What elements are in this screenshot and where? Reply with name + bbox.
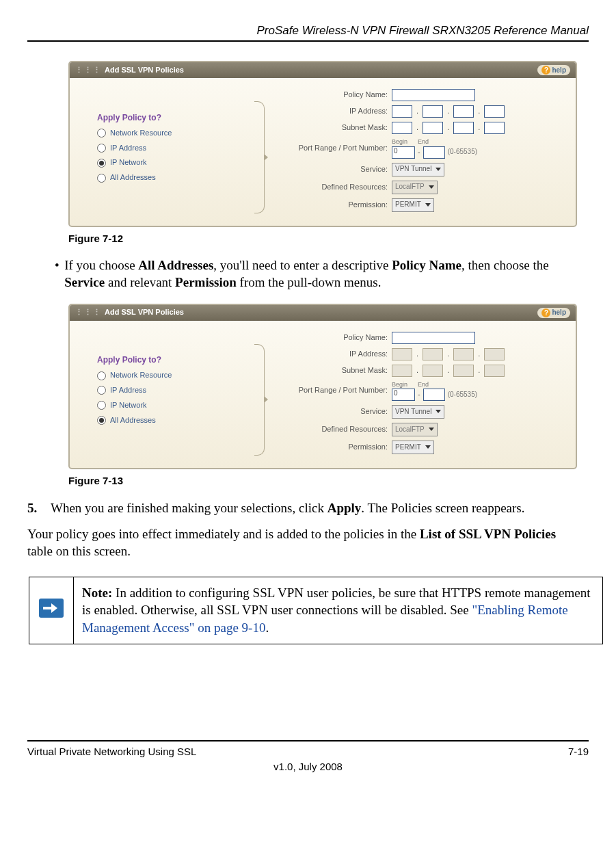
- figure-7-12-caption: Figure 7-12: [68, 233, 589, 246]
- panel-titlebar: ⋮⋮⋮Add SSL VPN Policies ?help: [70, 62, 576, 78]
- subnet-mask-label: Subnet Mask:: [285, 366, 388, 376]
- note-label: Note:: [82, 586, 112, 600]
- radio-all-addresses[interactable]: All Addresses: [97, 173, 234, 183]
- permission-select[interactable]: PERMIT: [392, 198, 434, 212]
- ip-input: [423, 348, 443, 360]
- chevron-down-icon: [425, 203, 431, 207]
- page-header: ProSafe Wireless-N VPN Firewall SRXN3205…: [27, 23, 589, 38]
- footer-page-number: 7-19: [568, 746, 589, 759]
- ip-input[interactable]: [423, 105, 443, 118]
- permission-select[interactable]: PERMIT: [392, 441, 434, 454]
- ip-address-label: IP Address:: [285, 350, 388, 359]
- figure-7-13-caption: Figure 7-13: [68, 475, 589, 488]
- port-end-input[interactable]: [423, 146, 445, 159]
- policy-name-label: Policy Name:: [285, 333, 388, 343]
- panel-title-text: Add SSL VPN Policies: [105, 66, 184, 74]
- policy-name-input[interactable]: [392, 89, 475, 101]
- footer-rule: [27, 740, 589, 742]
- chevron-down-icon: [436, 168, 441, 171]
- port-range-label: Port Range / Port Number:: [285, 144, 388, 153]
- effect-paragraph: Your policy goes into effect immediately…: [27, 526, 582, 560]
- bracket-divider: [254, 101, 265, 213]
- header-rule: [27, 40, 589, 42]
- begin-label: Begin: [392, 381, 415, 389]
- note-arrow-icon: [39, 599, 64, 618]
- ip-input: [453, 348, 474, 360]
- help-icon: ?: [541, 309, 550, 317]
- step-5: 5. When you are finished making your sel…: [27, 500, 582, 517]
- mask-input[interactable]: [453, 122, 474, 134]
- mask-input: [423, 365, 443, 377]
- ip-input[interactable]: [453, 105, 474, 118]
- radio-network-resource[interactable]: Network Resource: [97, 371, 234, 380]
- panel-title-text: Add SSL VPN Policies: [105, 308, 184, 316]
- permission-label: Permission:: [285, 200, 388, 210]
- port-end-input[interactable]: [423, 389, 445, 401]
- service-select[interactable]: VPN Tunnel: [392, 163, 444, 176]
- mask-input[interactable]: [392, 122, 412, 134]
- grip-icon: ⋮⋮⋮: [75, 66, 102, 74]
- radio-ip-address[interactable]: IP Address: [97, 386, 234, 395]
- note-box: Note: In addition to configuring SSL VPN…: [29, 577, 603, 644]
- end-label: End: [418, 381, 441, 389]
- help-link[interactable]: ?help: [537, 65, 570, 75]
- radio-ip-network[interactable]: IP Network: [97, 401, 234, 410]
- panel-titlebar: ⋮⋮⋮Add SSL VPN Policies ?help: [70, 305, 576, 321]
- chevron-down-icon: [429, 185, 434, 189]
- figure-7-13-screenshot: ⋮⋮⋮Add SSL VPN Policies ?help Apply Poli…: [68, 304, 561, 469]
- port-begin-input[interactable]: 0: [392, 389, 415, 401]
- radio-ip-address[interactable]: IP Address: [97, 144, 234, 153]
- ip-input[interactable]: [484, 105, 505, 118]
- footer-chapter: Virtual Private Networking Using SSL: [27, 746, 196, 759]
- defined-resources-select: LocalFTP: [392, 181, 438, 194]
- help-link[interactable]: ?help: [537, 308, 570, 318]
- end-label: End: [418, 138, 441, 146]
- ip-address-label: IP Address:: [285, 107, 388, 116]
- footer-version: v1.0, July 2008: [27, 761, 589, 774]
- port-range-hint: (0-65535): [448, 391, 477, 399]
- port-range-hint: (0-65535): [448, 148, 477, 157]
- chevron-down-icon: [436, 410, 441, 413]
- policy-name-label: Policy Name:: [285, 90, 388, 100]
- chevron-down-icon: [425, 445, 431, 449]
- bracket-divider: [254, 344, 265, 456]
- mask-input: [453, 365, 474, 377]
- permission-label: Permission:: [285, 443, 388, 452]
- bullet-all-addresses: • If you choose All Addresses, you'll ne…: [55, 257, 582, 291]
- begin-label: Begin: [392, 138, 415, 146]
- subnet-mask-label: Subnet Mask:: [285, 123, 388, 133]
- mask-input: [392, 365, 412, 377]
- apply-policy-heading: Apply Policy to?: [97, 355, 234, 365]
- grip-icon: ⋮⋮⋮: [75, 308, 102, 316]
- mask-input[interactable]: [423, 122, 443, 134]
- help-icon: ?: [541, 66, 550, 75]
- defined-resources-label: Defined Resources:: [285, 425, 388, 434]
- radio-all-addresses[interactable]: All Addresses: [97, 416, 234, 425]
- radio-ip-network[interactable]: IP Network: [97, 158, 234, 168]
- apply-policy-heading: Apply Policy to?: [97, 113, 234, 123]
- mask-input: [484, 365, 505, 377]
- service-label: Service:: [285, 165, 388, 174]
- chevron-down-icon: [429, 428, 434, 431]
- service-select[interactable]: VPN Tunnel: [392, 405, 444, 419]
- port-begin-input[interactable]: 0: [392, 146, 415, 159]
- figure-7-12-screenshot: ⋮⋮⋮Add SSL VPN Policies ?help Apply Poli…: [68, 61, 561, 226]
- ip-input: [484, 348, 505, 360]
- radio-network-resource[interactable]: Network Resource: [97, 129, 234, 138]
- port-range-label: Port Range / Port Number:: [285, 386, 388, 395]
- service-label: Service:: [285, 407, 388, 417]
- ip-input: [392, 348, 412, 360]
- defined-resources-select: LocalFTP: [392, 423, 438, 436]
- ip-input[interactable]: [392, 105, 412, 118]
- defined-resources-label: Defined Resources:: [285, 183, 388, 192]
- mask-input[interactable]: [484, 122, 505, 134]
- policy-name-input[interactable]: [392, 332, 475, 344]
